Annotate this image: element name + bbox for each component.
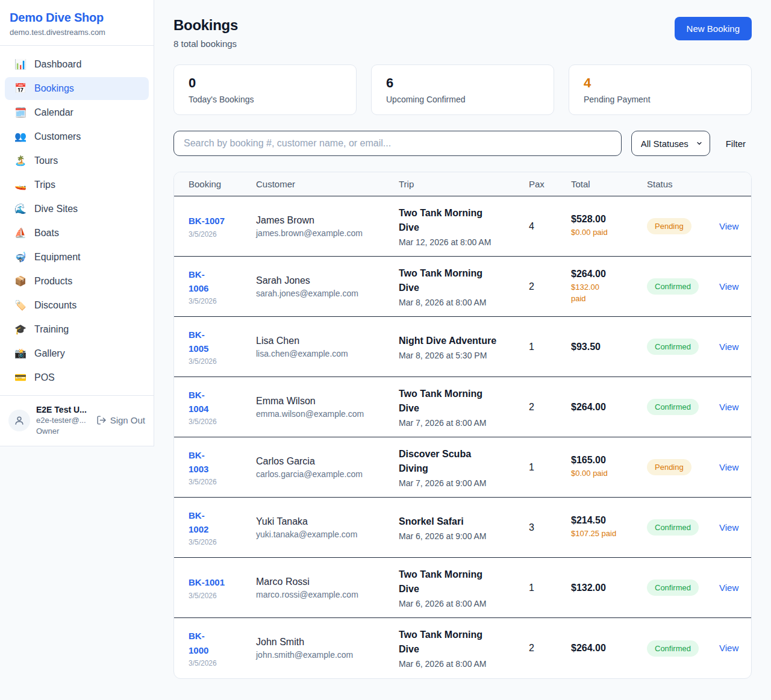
customer-cell: James Brown james.brown@example.com <box>242 207 384 246</box>
brand-header: Demo Dive Shop demo.test.divestreams.com <box>0 0 154 46</box>
status-cell: Pending <box>632 210 705 243</box>
sidebar-item-pos[interactable]: 💳 POS <box>5 366 149 389</box>
booking-id-link[interactable]: BK- 1000 <box>189 629 208 657</box>
controls-row: All Statuses Filter <box>173 131 752 156</box>
total-bookings-count: 8 total bookings <box>173 39 238 49</box>
page-header: Bookings 8 total bookings New Booking <box>173 17 752 49</box>
booking-id-link[interactable]: BK- 1005 <box>189 328 208 356</box>
column-header-pax: Pax <box>514 179 557 189</box>
graduation-cap-icon: 🎓 <box>14 325 27 334</box>
view-link[interactable]: View <box>719 281 738 292</box>
actions-cell: View <box>705 634 751 662</box>
sidebar-item-label: Dive Sites <box>34 204 78 214</box>
column-header-customer: Customer <box>242 179 384 189</box>
status-badge: Confirmed <box>647 278 699 295</box>
new-booking-button[interactable]: New Booking <box>675 17 752 40</box>
view-link[interactable]: View <box>719 522 738 533</box>
booking-date: 3/5/2026 <box>189 357 242 366</box>
sidebar-item-label: POS <box>34 372 55 383</box>
sidebar-item-label: Calendar <box>34 107 73 118</box>
view-link[interactable]: View <box>719 643 738 653</box>
view-link[interactable]: View <box>719 221 738 231</box>
trip-datetime: Mar 12, 2026 at 8:00 AM <box>399 237 514 247</box>
main-content: Bookings 8 total bookings New Booking 0 … <box>154 0 771 697</box>
sidebar-item-label: Training <box>34 324 69 335</box>
calendar-icon: 📅 <box>14 84 27 93</box>
stat-value: 4 <box>584 75 737 91</box>
status-filter-select[interactable]: All Statuses <box>631 131 710 156</box>
total-cell: $264.00 <box>557 393 632 421</box>
people-icon: 👥 <box>14 132 27 142</box>
user-email: e2e-tester@... <box>36 415 90 426</box>
actions-cell: View <box>705 213 751 240</box>
stat-label: Upcoming Confirmed <box>386 95 539 104</box>
island-icon: 🏝️ <box>14 156 27 166</box>
view-link[interactable]: View <box>719 342 738 352</box>
booking-cell: BK- 1006 3/5/2026 <box>174 259 242 314</box>
booking-id-link[interactable]: BK- 1004 <box>189 388 208 416</box>
trip-cell: Two Tank Morning Dive Mar 7, 2026 at 8:0… <box>384 378 514 436</box>
actions-cell: View <box>705 333 751 361</box>
trip-cell: Discover Scuba Diving Mar 7, 2026 at 9:0… <box>384 439 514 496</box>
view-link[interactable]: View <box>719 462 738 472</box>
search-input[interactable] <box>173 131 622 156</box>
user-role: Owner <box>36 426 90 437</box>
column-header-total: Total <box>557 179 632 189</box>
user-name: E2E Test U... <box>36 404 90 415</box>
sidebar-item-tours[interactable]: 🏝️ Tours <box>5 149 149 172</box>
booking-id-link[interactable]: BK- 1003 <box>189 448 208 477</box>
sign-out-icon <box>96 415 107 425</box>
status-cell: Confirmed <box>632 511 705 544</box>
customer-name: Marco Rossi <box>256 577 384 587</box>
customer-name: Yuki Tanaka <box>256 516 384 527</box>
trip-datetime: Mar 7, 2026 at 8:00 AM <box>399 418 514 428</box>
booking-id-link[interactable]: BK- 1006 <box>189 267 208 296</box>
customer-email: emma.wilson@example.com <box>256 409 384 419</box>
booking-id-link[interactable]: BK-1001 <box>189 575 225 589</box>
booking-cell: BK- 1005 3/5/2026 <box>174 319 242 375</box>
sidebar: Demo Dive Shop demo.test.divestreams.com… <box>0 0 154 446</box>
sidebar-item-trips[interactable]: 🚤 Trips <box>5 173 149 196</box>
booking-cell: BK-1007 3/5/2026 <box>174 205 242 246</box>
sidebar-item-gallery[interactable]: 📸 Gallery <box>5 342 149 365</box>
customer-cell: Marco Rossi marco.rossi@example.com <box>242 568 384 608</box>
booking-date: 3/5/2026 <box>189 297 242 305</box>
booking-id-link[interactable]: BK- 1002 <box>189 508 208 537</box>
trip-name: Two Tank Morning Dive <box>399 628 514 657</box>
sidebar-item-products[interactable]: 📦 Products <box>5 270 149 293</box>
sidebar-item-bookings[interactable]: 📅 Bookings <box>5 77 149 100</box>
trip-cell: Two Tank Morning Dive Mar 6, 2026 at 8:0… <box>384 619 514 677</box>
pax-cell: 1 <box>514 574 557 602</box>
customer-cell: Lisa Chen lisa.chen@example.com <box>242 327 384 367</box>
sidebar-item-training[interactable]: 🎓 Training <box>5 318 149 341</box>
credit-card-icon: 💳 <box>14 373 27 383</box>
trip-name: Night Dive Adventure <box>399 334 514 348</box>
sidebar-item-equipment[interactable]: 🤿 Equipment <box>5 246 149 269</box>
sailboat-icon: ⛵ <box>14 228 27 238</box>
booking-id-link[interactable]: BK-1007 <box>189 214 225 228</box>
sidebar-item-label: Bookings <box>34 83 74 94</box>
status-cell: Confirmed <box>632 330 705 363</box>
sidebar-item-boats[interactable]: ⛵ Boats <box>5 222 149 245</box>
total-amount: $264.00 <box>571 643 632 654</box>
pax-cell: 3 <box>514 514 557 542</box>
filter-button[interactable]: Filter <box>720 139 752 149</box>
sidebar-item-customers[interactable]: 👥 Customers <box>5 125 149 148</box>
view-link[interactable]: View <box>719 402 738 412</box>
total-cell: $264.00 <box>557 634 632 662</box>
sidebar-item-discounts[interactable]: 🏷️ Discounts <box>5 294 149 317</box>
pax-cell: 1 <box>514 454 557 481</box>
customer-name: James Brown <box>256 215 384 226</box>
sign-out-button[interactable]: Sign Out <box>96 415 145 425</box>
sidebar-item-dashboard[interactable]: 📊 Dashboard <box>5 53 149 76</box>
total-amount: $93.50 <box>571 342 632 352</box>
booking-cell: BK- 1000 3/5/2026 <box>174 620 242 676</box>
sidebar-item-dive-sites[interactable]: 🌊 Dive Sites <box>5 198 149 220</box>
sign-out-label: Sign Out <box>110 415 145 425</box>
customer-cell: Sarah Jones sarah.jones@example.com <box>242 267 384 307</box>
avatar <box>8 410 30 431</box>
trip-datetime: Mar 7, 2026 at 9:00 AM <box>399 478 514 488</box>
sidebar-item-calendar[interactable]: 🗓️ Calendar <box>5 101 149 124</box>
status-badge: Confirmed <box>647 399 699 415</box>
view-link[interactable]: View <box>719 583 738 593</box>
